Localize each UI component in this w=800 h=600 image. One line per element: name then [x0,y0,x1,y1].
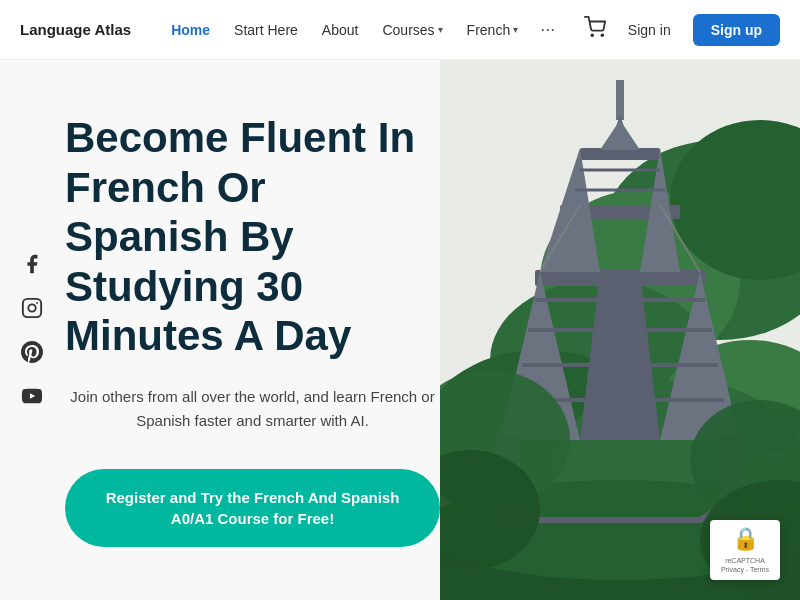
nav-courses[interactable]: Courses ▾ [372,16,452,44]
hero-title: Become Fluent In French Or Spanish By St… [65,113,440,361]
nav-start-here[interactable]: Start Here [224,16,308,44]
cta-button[interactable]: Register and Try the French And Spanish … [65,469,440,547]
navbar: Language Atlas Home Start Here About Cou… [0,0,800,60]
recaptcha-badge: 🔒 reCAPTCHAPrivacy - Terms [710,520,780,580]
nav-links: Home Start Here About Courses ▾ French ▾… [161,15,584,44]
nav-french[interactable]: French ▾ [457,16,529,44]
recaptcha-logo-icon: 🔒 [732,526,759,552]
sign-up-button[interactable]: Sign up [693,14,780,46]
svg-point-1 [601,34,603,36]
nav-more-dots[interactable]: ··· [532,15,563,44]
nav-right: Sign in Sign up [584,14,780,46]
cart-icon[interactable] [584,16,606,43]
courses-chevron-icon: ▾ [438,24,443,35]
nav-about[interactable]: About [312,16,369,44]
svg-point-0 [591,34,593,36]
svg-rect-17 [616,80,624,120]
site-logo[interactable]: Language Atlas [20,21,131,38]
french-chevron-icon: ▾ [513,24,518,35]
hero-section: Become Fluent In French Or Spanish By St… [0,60,800,600]
hero-content: Become Fluent In French Or Spanish By St… [0,60,500,600]
nav-home[interactable]: Home [161,16,220,44]
sign-in-link[interactable]: Sign in [618,16,681,44]
hero-subtitle: Join others from all over the world, and… [65,385,440,433]
recaptcha-text: reCAPTCHAPrivacy - Terms [721,556,769,574]
